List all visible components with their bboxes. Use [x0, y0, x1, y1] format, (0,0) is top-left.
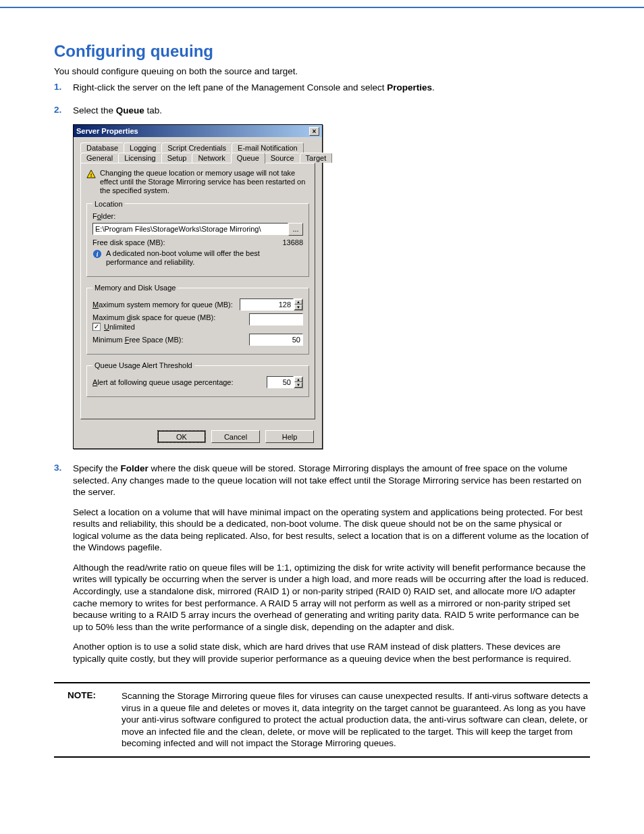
- step-number: 2.: [54, 105, 73, 461]
- cancel-button[interactable]: Cancel: [211, 430, 260, 443]
- intro-text: You should configure queuing on both the…: [54, 66, 590, 76]
- step-3-p1: Specify the Folder where the disk queue …: [73, 463, 590, 498]
- alert-spinner[interactable]: ▲▼: [294, 376, 303, 388]
- threshold-legend: Queue Usage Alert Threshold: [92, 361, 194, 369]
- warning-text: Changing the queue location or memory us…: [100, 169, 309, 196]
- step-number: 1.: [54, 82, 73, 102]
- min-free-label: Minimum Free Space (MB):: [92, 336, 184, 344]
- tab-target[interactable]: Target: [300, 153, 333, 163]
- svg-text:!: !: [90, 172, 92, 178]
- svg-text:i: i: [97, 250, 99, 257]
- location-legend: Location: [92, 200, 125, 208]
- dialog-title: Server Properties: [76, 127, 138, 135]
- tab-licensing[interactable]: Licensing: [118, 153, 161, 163]
- tab-database[interactable]: Database: [80, 142, 124, 153]
- max-disk-input[interactable]: [249, 313, 303, 325]
- folder-input[interactable]: [92, 223, 288, 235]
- free-disk-space-label: Free disk space (MB):: [92, 238, 165, 246]
- memory-disk-legend: Memory and Disk Usage: [92, 284, 178, 292]
- tab-source[interactable]: Source: [265, 153, 300, 163]
- step-1-text: Right-click the server on the left pane …: [73, 82, 590, 94]
- note-box: NOTE: Scanning the Storage Mirroring que…: [54, 682, 590, 758]
- step-2-text: Select the Queue tab.: [73, 105, 590, 117]
- min-free-input[interactable]: [249, 334, 303, 346]
- folder-label: Folder:: [92, 212, 303, 220]
- step-3-p2: Select a location on a volume that will …: [73, 506, 590, 554]
- tab-email-notification[interactable]: E-mail Notification: [232, 142, 304, 153]
- page-heading: Configuring queuing: [54, 42, 590, 61]
- help-button[interactable]: Help: [265, 430, 314, 443]
- max-memory-spinner[interactable]: ▲▼: [294, 298, 303, 311]
- close-icon[interactable]: ×: [309, 127, 319, 136]
- server-properties-dialog: Server Properties × Database Logging Scr…: [73, 124, 323, 449]
- tab-queue[interactable]: Queue: [231, 153, 265, 163]
- note-label: NOTE:: [54, 690, 108, 750]
- dialog-titlebar[interactable]: Server Properties ×: [74, 125, 322, 137]
- info-icon: i: [92, 249, 102, 259]
- tab-setup[interactable]: Setup: [161, 153, 193, 163]
- alert-label: Alert at following queue usage percentag…: [92, 378, 234, 386]
- max-memory-input[interactable]: [240, 298, 294, 311]
- max-memory-label: Maximum system memory for queue (MB):: [92, 301, 233, 309]
- alert-input[interactable]: [267, 376, 294, 388]
- info-text: A dedicated non-boot volume will offer t…: [106, 249, 303, 267]
- ok-button[interactable]: OK: [157, 430, 206, 443]
- tab-network[interactable]: Network: [192, 153, 231, 163]
- browse-button[interactable]: ...: [288, 223, 303, 236]
- note-text: Scanning the Storage Mirroring queue fil…: [122, 690, 590, 750]
- free-disk-space-value: 13688: [249, 238, 303, 246]
- step-number: 3.: [54, 463, 73, 673]
- step-3-p3: Although the read/write ratio on queue f…: [73, 562, 590, 633]
- unlimited-label: Unlimited: [104, 323, 135, 331]
- threshold-group: Queue Usage Alert Threshold Alert at fol…: [86, 361, 309, 397]
- tab-logging[interactable]: Logging: [124, 142, 162, 153]
- warning-icon: !: [86, 170, 96, 178]
- memory-disk-group: Memory and Disk Usage Maximum system mem…: [86, 284, 309, 355]
- tab-general[interactable]: General: [80, 153, 119, 163]
- max-disk-label: Maximum disk space for queue (MB):: [92, 313, 215, 321]
- location-group: Location Folder: ... Free disk space (MB…: [86, 200, 309, 277]
- tab-script-credentials[interactable]: Script Credentials: [161, 142, 232, 153]
- unlimited-checkbox[interactable]: ✓: [92, 323, 101, 331]
- step-3-p4: Another option is to use a solid state d…: [73, 641, 590, 664]
